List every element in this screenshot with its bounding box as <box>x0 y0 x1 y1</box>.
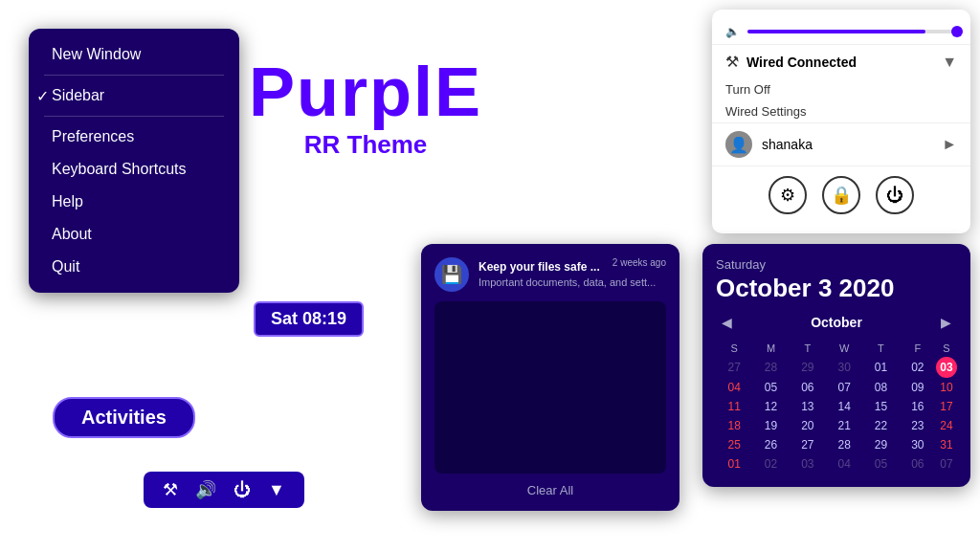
calendar-day[interactable]: 05 <box>752 378 789 397</box>
notification-panel: 💾 Keep your files safe ... 2 weeks ago I… <box>421 244 679 511</box>
calendar-panel: Saturday October 3 2020 ◀ October ▶ S M … <box>702 244 970 487</box>
tray-volume-icon[interactable]: 🔊 <box>195 479 216 500</box>
notif-clear-button[interactable]: Clear All <box>434 483 666 497</box>
calendar-day[interactable]: 23 <box>900 416 936 435</box>
calendar-day[interactable]: 06 <box>900 454 936 474</box>
calendar-day[interactable]: 15 <box>862 397 899 416</box>
user-arrow-icon: ► <box>942 136 957 153</box>
calendar-day[interactable]: 28 <box>752 357 789 378</box>
menu-divider-1 <box>44 75 224 76</box>
network-label: Wired Connected <box>746 55 934 70</box>
calendar-week-row: 27282930010203 <box>716 357 957 378</box>
calendar-day[interactable]: 10 <box>936 378 957 397</box>
user-avatar: 👤 <box>725 131 752 158</box>
calendar-body: 2728293001020304050607080910111213141516… <box>716 357 957 474</box>
calendar-day[interactable]: 19 <box>752 416 789 435</box>
power-button[interactable]: ⏻ <box>876 176 914 214</box>
calendar-week-row: 25262728293031 <box>716 435 957 454</box>
calendar-day[interactable]: 08 <box>862 378 899 397</box>
menu-divider-2 <box>44 116 224 117</box>
calendar-week-row: 18192021222324 <box>716 416 957 435</box>
cal-header-sun: S <box>716 340 752 357</box>
activities-button[interactable]: Activities <box>53 397 195 438</box>
calendar-day[interactable]: 16 <box>900 397 936 416</box>
cal-header-tue: T <box>790 340 826 357</box>
calendar-day[interactable]: 11 <box>716 397 752 416</box>
volume-fill <box>747 30 925 33</box>
calendar-day[interactable]: 18 <box>716 416 752 435</box>
wired-settings-item[interactable]: Wired Settings <box>712 100 970 122</box>
network-icon: ⚒ <box>725 53 739 71</box>
calendar-day[interactable]: 02 <box>900 357 936 378</box>
calendar-day[interactable]: 25 <box>716 435 752 454</box>
volume-slider[interactable] <box>747 30 957 33</box>
calendar-week-row: 04050607080910 <box>716 378 957 397</box>
calendar-day[interactable]: 12 <box>752 397 789 416</box>
network-panel: 🔈 ⚒ Wired Connected ▼ Turn Off Wired Set… <box>712 10 970 233</box>
app-title-sub: RR Theme <box>249 130 482 160</box>
wired-connected-row[interactable]: ⚒ Wired Connected ▼ <box>712 44 970 78</box>
calendar-day[interactable]: 03 <box>936 357 957 378</box>
calendar-day[interactable]: 05 <box>862 454 899 474</box>
calendar-day[interactable]: 22 <box>862 416 899 435</box>
calendar-grid: S M T W T F S 27282930010203040506070809… <box>716 340 957 474</box>
tray-chevron-icon[interactable]: ▼ <box>268 480 285 500</box>
lock-button[interactable]: 🔒 <box>822 176 860 214</box>
calendar-day[interactable]: 21 <box>826 416 862 435</box>
calendar-day[interactable]: 07 <box>826 378 862 397</box>
calendar-day[interactable]: 17 <box>936 397 957 416</box>
calendar-week-row: 11121314151617 <box>716 397 957 416</box>
tray-power-icon[interactable]: ⏻ <box>234 480 251 500</box>
user-name: shanaka <box>762 137 932 152</box>
cal-header-thu: T <box>862 340 899 357</box>
calendar-day[interactable]: 09 <box>900 378 936 397</box>
calendar-day[interactable]: 28 <box>826 435 862 454</box>
calendar-day[interactable]: 06 <box>790 378 826 397</box>
notification-item: 💾 Keep your files safe ... 2 weeks ago I… <box>434 257 666 292</box>
calendar-day[interactable]: 24 <box>936 416 957 435</box>
calendar-day[interactable]: 20 <box>790 416 826 435</box>
calendar-day[interactable]: 02 <box>752 454 789 474</box>
calendar-day[interactable]: 01 <box>716 454 752 474</box>
cal-prev-button[interactable]: ◀ <box>716 313 738 332</box>
cal-header-mon: M <box>752 340 789 357</box>
calendar-day[interactable]: 07 <box>936 454 957 474</box>
calendar-day[interactable]: 13 <box>790 397 826 416</box>
notif-body: Important documents, data, and sett... <box>479 276 666 288</box>
clock-display: Sat 08:19 <box>271 309 346 328</box>
activities-label: Activities <box>81 407 167 428</box>
menu-item-help[interactable]: Help <box>29 186 239 218</box>
volume-row: 🔈 <box>712 19 970 44</box>
calendar-day[interactable]: 31 <box>936 435 957 454</box>
menu-item-preferences[interactable]: Preferences <box>29 121 239 153</box>
settings-button[interactable]: ⚙ <box>768 176 807 214</box>
calendar-day[interactable]: 30 <box>900 435 936 454</box>
cal-next-button[interactable]: ▶ <box>935 313 957 332</box>
calendar-day[interactable]: 29 <box>790 357 826 378</box>
calendar-day[interactable]: 30 <box>826 357 862 378</box>
calendar-day[interactable]: 14 <box>826 397 862 416</box>
turn-off-item[interactable]: Turn Off <box>712 78 970 100</box>
clock-badge[interactable]: Sat 08:19 <box>254 301 364 337</box>
calendar-day[interactable]: 27 <box>716 357 752 378</box>
menu-item-new-window[interactable]: New Window <box>29 38 239 71</box>
calendar-day[interactable]: 04 <box>826 454 862 474</box>
calendar-month: October <box>811 315 862 330</box>
system-tray-bar: ⚒ 🔊 ⏻ ▼ <box>144 472 304 508</box>
calendar-day[interactable]: 29 <box>862 435 899 454</box>
menu-item-sidebar[interactable]: Sidebar <box>29 79 239 112</box>
calendar-header: ◀ October ▶ <box>716 313 957 332</box>
tray-network-icon[interactable]: ⚒ <box>163 479 178 500</box>
calendar-day[interactable]: 04 <box>716 378 752 397</box>
user-row[interactable]: 👤 shanaka ► <box>712 122 970 165</box>
action-row: ⚙ 🔒 ⏻ <box>712 165 970 224</box>
calendar-day[interactable]: 27 <box>790 435 826 454</box>
menu-item-about[interactable]: About <box>29 218 239 251</box>
menu-item-keyboard-shortcuts[interactable]: Keyboard Shortcuts <box>29 153 239 186</box>
notif-app-icon: 💾 <box>434 257 469 292</box>
menu-item-quit[interactable]: Quit <box>29 251 239 283</box>
calendar-day[interactable]: 03 <box>790 454 826 474</box>
cal-header-sat: S <box>936 340 957 357</box>
calendar-day[interactable]: 01 <box>862 357 899 378</box>
calendar-day[interactable]: 26 <box>752 435 789 454</box>
